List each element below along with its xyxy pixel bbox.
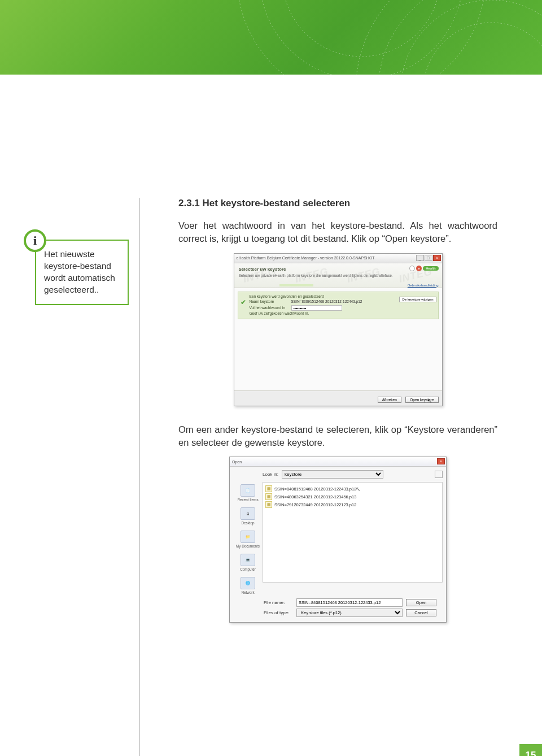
cert-file-icon: ▦ — [265, 485, 272, 492]
cancel-open-button[interactable]: Cancel — [406, 609, 436, 616]
name-label: Naam keystore — [250, 299, 289, 305]
open-keystore-button[interactable]: Open keystore — [405, 397, 438, 403]
filetype-select[interactable]: Key store files (*.p12) — [296, 609, 403, 617]
cursor-icon: ↖ — [356, 486, 360, 492]
password-input[interactable] — [291, 305, 342, 311]
file-item[interactable]: ▦SSIN=79120732449 20120312-122123.p12 — [265, 501, 440, 509]
close-icon[interactable]: × — [433, 255, 441, 261]
open-window-buttons: × — [437, 458, 445, 464]
window-buttons: _ □ × — [416, 255, 441, 261]
place-computer[interactable]: 💻Computer — [240, 554, 256, 571]
banner-pattern-icon — [124, 0, 542, 75]
column-rule — [139, 198, 140, 756]
cert-file-icon: ▦ — [265, 493, 272, 500]
dialog-header: INTEGINTEGINTEGINTEG Selecteer uw keysto… — [234, 263, 442, 288]
svg-point-5 — [260, 0, 463, 75]
lookin-select[interactable]: keystore — [282, 470, 383, 479]
top-banner — [0, 0, 542, 75]
section-heading: 2.3.1 Het keystore-bestand selecteren — [178, 198, 497, 209]
file-list[interactable]: ▦SSIN=84081512468 20120312-122433.p12 ▦S… — [263, 482, 443, 583]
minimize-icon[interactable]: _ — [416, 255, 424, 261]
open-button[interactable]: Open — [406, 599, 436, 606]
place-desktop[interactable]: 🖥Desktop — [241, 507, 255, 525]
paragraph-2: Om een ander keystore-bestand te selecte… — [178, 423, 497, 449]
info-icon: i — [24, 229, 46, 252]
svg-point-6 — [282, 0, 440, 57]
window-titlebar: eHealth Platform Belgium Certificate Man… — [234, 254, 442, 263]
dialog-title: Selecteer uw keystore — [239, 267, 438, 272]
password-label: Vul het wachtwoord in — [250, 306, 289, 311]
page-number: 15 — [519, 744, 542, 756]
cancel-button[interactable]: Afbreken — [378, 397, 401, 403]
paragraph-1: Voer het wachtwoord in van het keystore-… — [178, 219, 497, 245]
view-icon[interactable] — [435, 471, 443, 478]
filetype-label: Files of type: — [264, 610, 293, 615]
change-keystore-button[interactable]: De keystore wijzigen — [399, 297, 436, 302]
lookin-row: Look in: keystore — [233, 470, 443, 479]
dialog-body: ✔ De keystore wijzigen Een keystore werd… — [234, 288, 442, 390]
place-documents[interactable]: 📁My Documents — [236, 531, 260, 548]
places-bar: 📄Recent Items 🖥Desktop 📁My Documents 💻Co… — [233, 482, 263, 594]
dialog-subtitle: Selecteer uw private eHealth-platform ke… — [239, 273, 438, 277]
cursor-icon: ↖ — [427, 398, 432, 404]
lookin-label: Look in: — [263, 472, 278, 477]
screenshot-open-dialog: Open × Look in: keystore 📄Recent Items 🖥… — [229, 457, 447, 623]
open-title: Open — [232, 460, 242, 464]
maximize-icon[interactable]: □ — [425, 255, 432, 261]
screenshot-keystore-window: eHealth Platform Belgium Certificate Man… — [234, 253, 443, 406]
svg-point-2 — [401, 0, 542, 75]
callout-text: Het nieuwste keystore-bestand wordt auto… — [35, 240, 129, 305]
close-icon[interactable]: × — [437, 458, 445, 464]
name-value: SSIN=83091512468 20120312-122443.p12 — [291, 299, 362, 305]
filename-label: File name: — [264, 600, 293, 605]
svg-point-0 — [356, 0, 542, 75]
empty-area — [238, 319, 439, 387]
svg-point-4 — [237, 0, 486, 75]
svg-point-3 — [423, 23, 542, 75]
svg-rect-7 — [279, 284, 313, 286]
dialog-footer: Afbreken Open keystore ↖ — [234, 390, 442, 406]
hint-text: Geef uw zelfgekozen wachtwoord in. — [250, 311, 436, 316]
check-icon: ✔ — [241, 298, 246, 307]
filename-input[interactable] — [296, 598, 403, 607]
info-callout: i Het nieuwste keystore-bestand wordt au… — [24, 229, 129, 305]
keystore-info-box: ✔ De keystore wijzigen Een keystore werd… — [238, 292, 439, 319]
file-item[interactable]: ▦SSIN=48063254321 20120312-123456.p13 — [265, 493, 440, 501]
svg-point-1 — [378, 0, 542, 75]
progress-line-icon — [234, 284, 442, 288]
cert-file-icon: ▦ — [265, 501, 272, 508]
place-network[interactable]: 🌐Network — [241, 577, 255, 594]
place-recent[interactable]: 📄Recent Items — [237, 484, 258, 502]
ehealth-logo-icon: eHealth — [409, 266, 438, 271]
file-item[interactable]: ▦SSIN=84081512468 20120312-122433.p12 — [265, 485, 440, 493]
open-titlebar: Open × — [230, 457, 446, 467]
window-title: eHealth Platform Belgium Certificate Man… — [237, 256, 375, 260]
